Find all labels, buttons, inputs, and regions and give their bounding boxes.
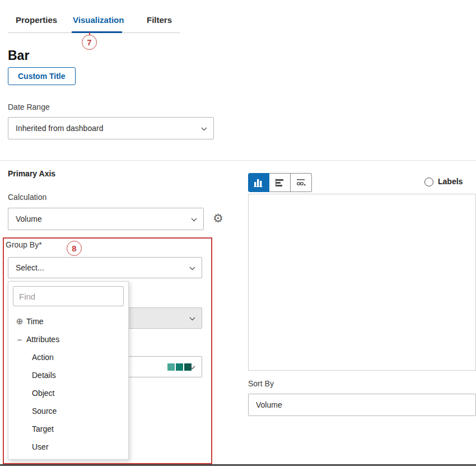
group-by-placeholder: Select... bbox=[16, 263, 44, 272]
dropdown-group-attributes[interactable]: − Attributes bbox=[8, 331, 128, 348]
calculation-value: Volume bbox=[16, 214, 42, 223]
dropdown-item-object[interactable]: Object bbox=[32, 385, 54, 401]
sort-by-label: Sort By bbox=[248, 379, 274, 388]
color-swatch-preview bbox=[167, 363, 192, 371]
section-divider bbox=[0, 160, 476, 161]
horizontal-bar-chart-button[interactable] bbox=[269, 173, 291, 192]
dropdown-item-source[interactable]: Source bbox=[32, 403, 57, 419]
annotation-step-7: 7 bbox=[82, 35, 97, 50]
page-bottom-rule bbox=[0, 464, 476, 466]
dropdown-group-label: Attributes bbox=[26, 335, 59, 344]
chevron-down-icon bbox=[201, 124, 207, 133]
collapse-icon[interactable]: − bbox=[13, 335, 26, 344]
date-range-label: Date Range bbox=[8, 102, 50, 111]
tab-properties[interactable]: Properties bbox=[16, 15, 57, 25]
vertical-bar-chart-button[interactable] bbox=[248, 173, 269, 192]
dropdown-item-action[interactable]: Action bbox=[32, 349, 54, 366]
chart-type-toggle-group bbox=[248, 173, 312, 192]
benchmark-chart-button[interactable] bbox=[291, 173, 312, 192]
tab-filters[interactable]: Filters bbox=[147, 15, 172, 25]
primary-axis-heading: Primary Axis bbox=[8, 169, 55, 178]
calculation-select[interactable]: Volume bbox=[8, 208, 204, 230]
chevron-down-icon bbox=[189, 263, 195, 272]
visualization-settings-page: Properties Visualization Filters 7 Bar C… bbox=[0, 0, 476, 467]
horizontal-bar-chart-icon bbox=[274, 178, 286, 187]
benchmark-chart-icon bbox=[296, 178, 307, 187]
labels-radio[interactable] bbox=[424, 178, 433, 186]
group-by-select[interactable]: Select... bbox=[8, 257, 202, 278]
page-title: Bar bbox=[8, 48, 29, 63]
calculation-label: Calculation bbox=[8, 193, 46, 202]
vertical-bar-chart-icon bbox=[253, 178, 264, 187]
chevron-down-icon bbox=[191, 214, 197, 223]
labels-radio-label: Labels bbox=[438, 177, 463, 186]
chart-preview-area bbox=[248, 194, 476, 371]
sort-by-value: Volume bbox=[256, 400, 282, 409]
group-by-dropdown-panel: ⊕ Time − Attributes Action Details Objec… bbox=[8, 281, 129, 460]
chevron-down-icon bbox=[189, 314, 195, 323]
custom-title-button[interactable]: Custom Title bbox=[8, 67, 76, 85]
tab-visualization[interactable]: Visualization bbox=[73, 15, 124, 25]
expand-icon[interactable]: ⊕ bbox=[13, 316, 26, 326]
annotation-step-8: 8 bbox=[67, 241, 82, 256]
color-swatch bbox=[167, 363, 175, 371]
color-swatch bbox=[176, 363, 183, 371]
find-input[interactable] bbox=[13, 286, 124, 306]
gear-icon[interactable]: ⚙ bbox=[213, 212, 223, 225]
active-tab-underline bbox=[72, 31, 122, 33]
sort-by-select[interactable]: Volume bbox=[248, 394, 476, 416]
chevron-down-icon bbox=[189, 362, 195, 371]
dropdown-item-user[interactable]: User bbox=[32, 438, 49, 455]
dropdown-group-label: Time bbox=[26, 317, 44, 326]
group-by-label: Group By* bbox=[6, 240, 42, 249]
dropdown-group-time[interactable]: ⊕ Time bbox=[8, 313, 128, 330]
date-range-value: Inherited from dashboard bbox=[16, 124, 103, 133]
dropdown-item-details[interactable]: Details bbox=[32, 367, 56, 384]
dropdown-item-target[interactable]: Target bbox=[32, 421, 54, 437]
date-range-select[interactable]: Inherited from dashboard bbox=[8, 117, 214, 139]
